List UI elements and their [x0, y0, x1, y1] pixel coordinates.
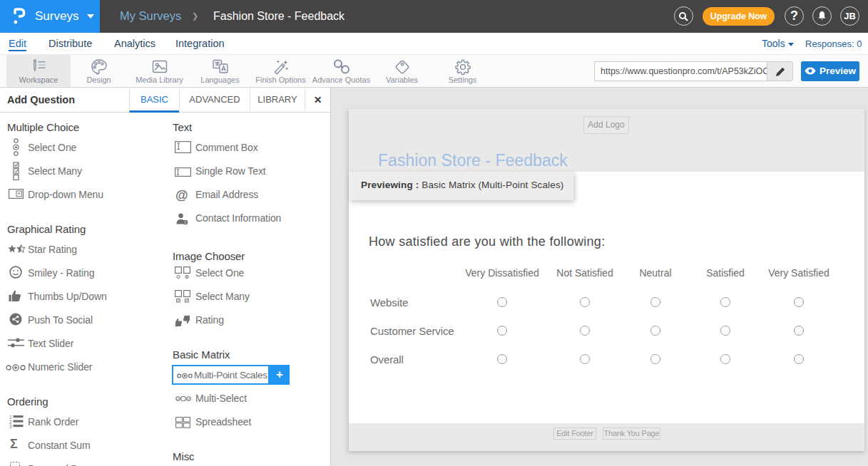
svg-text:3: 3 [9, 424, 12, 428]
